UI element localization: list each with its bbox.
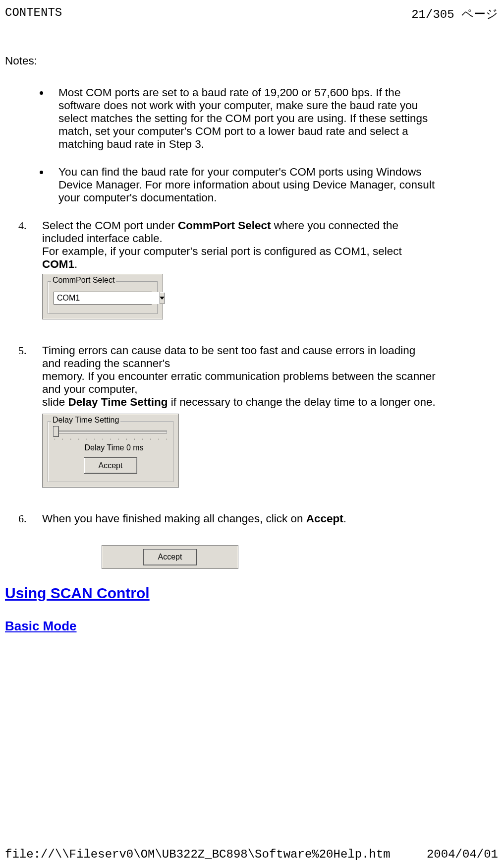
footer-left: file://\\Fileserv0\OM\UB322Z_BC898\Softw…	[5, 848, 391, 861]
step-5-marker: 5.	[18, 344, 27, 357]
figure-delay: Delay Time Setting . . . . . . . . . . .…	[42, 414, 436, 488]
delay-accept-button[interactable]: Accept	[84, 457, 137, 474]
step-5: 5. Timing errors can cause data to be se…	[32, 344, 436, 488]
step-6-bold-accept: Accept	[306, 512, 343, 525]
spacer-1	[5, 532, 436, 545]
delay-readout: Delay Time 0 ms	[55, 443, 173, 452]
step-5-text-c: slide	[42, 396, 68, 408]
commport-dropdown-button[interactable]	[159, 292, 165, 304]
commport-value[interactable]	[54, 292, 159, 304]
spacer-3	[5, 613, 436, 614]
spacer-2	[5, 569, 436, 582]
notes-bullet-1: Most COM ports are set to a baud rate of…	[50, 86, 436, 151]
chevron-down-icon	[160, 297, 165, 300]
figure-commport: CommPort Select	[42, 274, 436, 319]
figure-accept: Accept	[102, 545, 436, 569]
step-6-text-a: When you have finished making all change…	[42, 512, 306, 525]
heading-basic-mode: Basic Mode	[5, 619, 436, 634]
footer-right: 2004/04/01	[427, 848, 498, 861]
header-right: 21/305 ページ	[411, 6, 498, 22]
step-4-bold-com1: COM1	[42, 258, 74, 270]
step-6: 6. When you have finished making all cha…	[32, 512, 436, 525]
step-4-text-d: .	[74, 258, 77, 270]
link-basic-mode[interactable]: Basic Mode	[5, 619, 77, 633]
accept-button[interactable]: Accept	[143, 549, 197, 565]
notes-bullet-2: You can find the baud rate for your comp…	[50, 166, 436, 204]
step-5-text-a: Timing errors can cause data to be sent …	[42, 344, 415, 370]
heading-using-scan-control: Using SCAN Control	[5, 585, 436, 602]
step-4-marker: 4.	[18, 219, 27, 232]
commport-legend: CommPort Select	[51, 276, 116, 285]
step-5-bold-delay: Delay Time Setting	[68, 396, 168, 408]
delay-ticks: . . . . . . . . . . . . . . . . . . . . …	[54, 434, 167, 440]
delay-slider-thumb[interactable]	[53, 426, 59, 437]
notes-label: Notes:	[5, 55, 436, 67]
step-4-text-a: Select the COM port under	[42, 219, 178, 232]
delay-slider[interactable]	[54, 431, 167, 434]
notes-list: Most COM ports are set to a baud rate of…	[5, 86, 436, 204]
commport-select[interactable]	[54, 292, 152, 305]
step-4-bold-commport: CommPort Select	[178, 219, 271, 232]
step-4-text-c: For example, if your computer's serial p…	[42, 245, 402, 257]
step-6-text-b: .	[343, 512, 346, 525]
delay-legend: Delay Time Setting	[51, 416, 120, 425]
header-left: CONTENTS	[5, 6, 62, 19]
step-5-text-b: memory. If you encounter erratic communi…	[42, 370, 436, 395]
steps-list: 4. Select the COM port under CommPort Se…	[5, 219, 436, 525]
step-6-marker: 6.	[18, 512, 27, 525]
link-using-scan-control[interactable]: Using SCAN Control	[5, 585, 150, 601]
step-5-text-d: if necessary to change the delay time to…	[168, 396, 435, 408]
step-4: 4. Select the COM port under CommPort Se…	[32, 219, 436, 319]
content-area: Notes: Most COM ports are set to a baud …	[5, 55, 436, 639]
